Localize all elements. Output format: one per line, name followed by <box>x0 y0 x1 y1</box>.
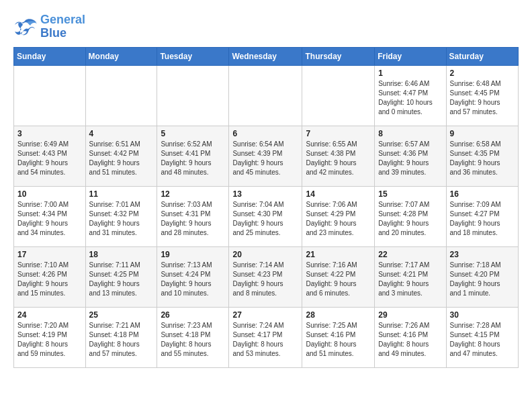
day-number: 12 <box>161 189 225 199</box>
logo: General Blue <box>13 13 85 40</box>
calendar-cell <box>85 65 157 126</box>
day-info: Sunrise: 7:04 AM Sunset: 4:30 PM Dayligh… <box>232 200 298 238</box>
calendar-cell: 14Sunrise: 7:06 AM Sunset: 4:29 PM Dayli… <box>302 186 375 246</box>
col-header-sunday: Sunday <box>14 47 86 65</box>
calendar-cell: 22Sunrise: 7:17 AM Sunset: 4:21 PM Dayli… <box>375 246 446 307</box>
page-header: General Blue <box>13 13 519 40</box>
day-number: 29 <box>378 310 442 320</box>
day-number: 17 <box>17 250 82 259</box>
col-header-saturday: Saturday <box>446 47 518 65</box>
day-info: Sunrise: 7:01 AM Sunset: 4:32 PM Dayligh… <box>89 200 154 238</box>
col-header-friday: Friday <box>375 47 446 65</box>
day-number: 26 <box>161 310 225 320</box>
calendar-cell: 6Sunrise: 6:54 AM Sunset: 4:39 PM Daylig… <box>229 126 302 186</box>
calendar-cell: 1Sunrise: 6:46 AM Sunset: 4:47 PM Daylig… <box>375 65 446 126</box>
day-number: 24 <box>17 310 82 320</box>
day-number: 7 <box>306 129 371 138</box>
logo-icon <box>13 17 38 37</box>
day-info: Sunrise: 6:58 AM Sunset: 4:35 PM Dayligh… <box>450 140 515 177</box>
calendar-cell: 18Sunrise: 7:11 AM Sunset: 4:25 PM Dayli… <box>85 246 157 307</box>
calendar-cell: 17Sunrise: 7:10 AM Sunset: 4:26 PM Dayli… <box>14 246 86 307</box>
calendar-cell <box>229 65 302 126</box>
day-info: Sunrise: 7:28 AM Sunset: 4:15 PM Dayligh… <box>450 321 515 359</box>
calendar-week-2: 3Sunrise: 6:49 AM Sunset: 4:43 PM Daylig… <box>14 126 519 186</box>
day-info: Sunrise: 6:51 AM Sunset: 4:42 PM Dayligh… <box>89 140 154 177</box>
day-info: Sunrise: 7:00 AM Sunset: 4:34 PM Dayligh… <box>17 200 82 238</box>
day-info: Sunrise: 7:24 AM Sunset: 4:17 PM Dayligh… <box>232 321 298 359</box>
calendar-cell <box>14 65 86 126</box>
day-info: Sunrise: 7:23 AM Sunset: 4:18 PM Dayligh… <box>161 321 225 359</box>
calendar-cell <box>157 65 229 126</box>
day-info: Sunrise: 6:48 AM Sunset: 4:45 PM Dayligh… <box>450 79 515 117</box>
calendar-cell: 11Sunrise: 7:01 AM Sunset: 4:32 PM Dayli… <box>85 186 157 246</box>
calendar-cell: 20Sunrise: 7:14 AM Sunset: 4:23 PM Dayli… <box>229 246 302 307</box>
day-info: Sunrise: 7:07 AM Sunset: 4:28 PM Dayligh… <box>378 200 442 238</box>
day-number: 6 <box>232 129 298 138</box>
calendar-cell: 10Sunrise: 7:00 AM Sunset: 4:34 PM Dayli… <box>14 186 86 246</box>
day-info: Sunrise: 7:14 AM Sunset: 4:23 PM Dayligh… <box>232 261 298 298</box>
logo-text: General Blue <box>40 13 85 40</box>
day-info: Sunrise: 6:46 AM Sunset: 4:47 PM Dayligh… <box>378 79 442 117</box>
day-number: 30 <box>450 310 515 320</box>
calendar-week-5: 24Sunrise: 7:20 AM Sunset: 4:19 PM Dayli… <box>14 307 519 367</box>
calendar-cell: 29Sunrise: 7:26 AM Sunset: 4:16 PM Dayli… <box>375 307 446 367</box>
calendar-cell: 30Sunrise: 7:28 AM Sunset: 4:15 PM Dayli… <box>446 307 518 367</box>
calendar-header: SundayMondayTuesdayWednesdayThursdayFrid… <box>14 47 519 65</box>
day-info: Sunrise: 7:21 AM Sunset: 4:18 PM Dayligh… <box>89 321 154 359</box>
day-number: 23 <box>450 250 515 259</box>
day-info: Sunrise: 7:06 AM Sunset: 4:29 PM Dayligh… <box>306 200 371 238</box>
day-number: 19 <box>161 250 225 259</box>
day-number: 9 <box>450 129 515 138</box>
calendar-cell: 25Sunrise: 7:21 AM Sunset: 4:18 PM Dayli… <box>85 307 157 367</box>
calendar-cell: 12Sunrise: 7:03 AM Sunset: 4:31 PM Dayli… <box>157 186 229 246</box>
day-number: 4 <box>89 129 154 138</box>
day-number: 3 <box>17 129 82 138</box>
day-number: 15 <box>378 189 442 199</box>
day-number: 1 <box>378 68 442 78</box>
day-info: Sunrise: 7:25 AM Sunset: 4:16 PM Dayligh… <box>306 321 371 359</box>
day-number: 8 <box>378 129 442 138</box>
day-info: Sunrise: 7:09 AM Sunset: 4:27 PM Dayligh… <box>450 200 515 238</box>
day-info: Sunrise: 7:11 AM Sunset: 4:25 PM Dayligh… <box>89 261 154 298</box>
calendar-week-4: 17Sunrise: 7:10 AM Sunset: 4:26 PM Dayli… <box>14 246 519 307</box>
day-number: 27 <box>232 310 298 320</box>
day-info: Sunrise: 6:54 AM Sunset: 4:39 PM Dayligh… <box>232 140 298 177</box>
calendar-week-1: 1Sunrise: 6:46 AM Sunset: 4:47 PM Daylig… <box>14 65 519 126</box>
calendar-cell: 26Sunrise: 7:23 AM Sunset: 4:18 PM Dayli… <box>157 307 229 367</box>
day-number: 5 <box>161 129 225 138</box>
day-info: Sunrise: 6:49 AM Sunset: 4:43 PM Dayligh… <box>17 140 82 177</box>
col-header-wednesday: Wednesday <box>229 47 302 65</box>
day-info: Sunrise: 6:55 AM Sunset: 4:38 PM Dayligh… <box>306 140 371 177</box>
day-number: 21 <box>306 250 371 259</box>
day-number: 10 <box>17 189 82 199</box>
col-header-monday: Monday <box>85 47 157 65</box>
day-number: 14 <box>306 189 371 199</box>
day-info: Sunrise: 7:17 AM Sunset: 4:21 PM Dayligh… <box>378 261 442 298</box>
day-info: Sunrise: 7:26 AM Sunset: 4:16 PM Dayligh… <box>378 321 442 359</box>
calendar-cell: 21Sunrise: 7:16 AM Sunset: 4:22 PM Dayli… <box>302 246 375 307</box>
day-info: Sunrise: 6:52 AM Sunset: 4:41 PM Dayligh… <box>161 140 225 177</box>
calendar-cell: 15Sunrise: 7:07 AM Sunset: 4:28 PM Dayli… <box>375 186 446 246</box>
calendar-table: SundayMondayTuesdayWednesdayThursdayFrid… <box>13 47 519 368</box>
day-number: 20 <box>232 250 298 259</box>
calendar-cell: 9Sunrise: 6:58 AM Sunset: 4:35 PM Daylig… <box>446 126 518 186</box>
calendar-week-3: 10Sunrise: 7:00 AM Sunset: 4:34 PM Dayli… <box>14 186 519 246</box>
calendar-cell: 3Sunrise: 6:49 AM Sunset: 4:43 PM Daylig… <box>14 126 86 186</box>
col-header-tuesday: Tuesday <box>157 47 229 65</box>
day-number: 11 <box>89 189 154 199</box>
calendar-cell <box>302 65 375 126</box>
calendar-cell: 23Sunrise: 7:18 AM Sunset: 4:20 PM Dayli… <box>446 246 518 307</box>
day-info: Sunrise: 7:20 AM Sunset: 4:19 PM Dayligh… <box>17 321 82 359</box>
calendar-cell: 5Sunrise: 6:52 AM Sunset: 4:41 PM Daylig… <box>157 126 229 186</box>
day-number: 18 <box>89 250 154 259</box>
day-number: 16 <box>450 189 515 199</box>
day-number: 22 <box>378 250 442 259</box>
day-info: Sunrise: 7:10 AM Sunset: 4:26 PM Dayligh… <box>17 261 82 298</box>
day-info: Sunrise: 7:13 AM Sunset: 4:24 PM Dayligh… <box>161 261 225 298</box>
day-number: 25 <box>89 310 154 320</box>
day-number: 2 <box>450 68 515 78</box>
day-number: 28 <box>306 310 371 320</box>
calendar-cell: 24Sunrise: 7:20 AM Sunset: 4:19 PM Dayli… <box>14 307 86 367</box>
calendar-cell: 4Sunrise: 6:51 AM Sunset: 4:42 PM Daylig… <box>85 126 157 186</box>
day-info: Sunrise: 7:18 AM Sunset: 4:20 PM Dayligh… <box>450 261 515 298</box>
